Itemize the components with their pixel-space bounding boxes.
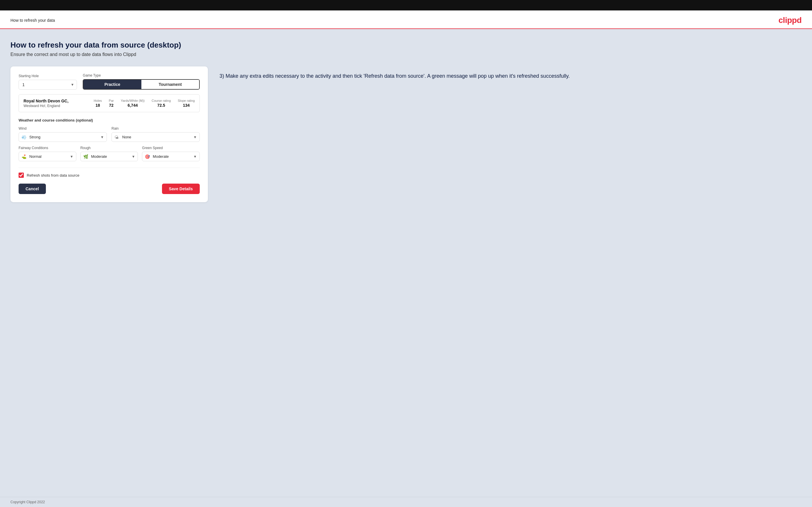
rough-group: Rough 🌿 Moderate Light Heavy ▼ [81, 146, 138, 161]
green-speed-label: Green Speed [142, 146, 200, 150]
stat-yards: Yards/White (M)) 6,744 [121, 99, 145, 108]
rough-label: Rough [81, 146, 138, 150]
top-bar [0, 0, 812, 10]
course-stats: Holes 18 Par 72 Yards/White (M)) 6,744 [94, 99, 195, 108]
cancel-button[interactable]: Cancel [18, 184, 46, 194]
slope-rating-label: Slope rating [178, 99, 195, 102]
yards-label: Yards/White (M)) [121, 99, 145, 102]
refresh-checkbox-label: Refresh shots from data source [27, 173, 79, 177]
fairway-rough-green-row: Fairway Conditions ⛳ Normal Soft Hard ▼ [18, 146, 200, 161]
green-speed-select[interactable]: Moderate Slow Fast [142, 152, 200, 161]
rough-select-wrapper: 🌿 Moderate Light Heavy ▼ [81, 152, 138, 161]
fairway-select-wrapper: ⛳ Normal Soft Hard ▼ [18, 152, 77, 161]
refresh-checkbox[interactable] [18, 173, 24, 178]
main-wrapper: How to refresh your data clippd How to r… [0, 10, 812, 507]
divider [18, 168, 200, 168]
wind-rain-row: Wind 💨 Strong Light None ▼ Rain [18, 126, 200, 142]
par-value: 72 [109, 103, 114, 108]
green-speed-select-wrapper: 🎯 Moderate Slow Fast ▼ [142, 152, 200, 161]
par-label: Par [109, 99, 114, 102]
wind-select-wrapper: 💨 Strong Light None ▼ [18, 132, 107, 142]
step-text: 3) Make any extra edits necessary to the… [219, 72, 802, 80]
refresh-checkbox-row: Refresh shots from data source [18, 173, 200, 178]
wind-label: Wind [18, 126, 107, 130]
starting-hole-row: Starting Hole 1 10 ▼ Game Type Pract [18, 73, 200, 90]
green-speed-group: Green Speed 🎯 Moderate Slow Fast ▼ [142, 146, 200, 161]
game-type-label: Game Type [83, 73, 200, 77]
starting-hole-select-wrapper: 1 10 ▼ [18, 80, 77, 90]
button-row: Cancel Save Details [18, 184, 200, 194]
course-name: Royal North Devon GC, [23, 99, 68, 103]
rain-group: Rain 🌤 None Light Heavy ▼ [111, 126, 200, 142]
stat-course-rating: Course rating 72.5 [152, 99, 171, 108]
starting-hole-label: Starting Hole [18, 74, 77, 78]
tournament-button[interactable]: Tournament [141, 80, 199, 89]
content-area: How to refresh your data from source (de… [0, 29, 812, 497]
two-col-layout: Starting Hole 1 10 ▼ Game Type Pract [10, 66, 802, 202]
course-info-box: Royal North Devon GC, Westward Ho!, Engl… [18, 94, 200, 112]
fairway-select[interactable]: Normal Soft Hard [18, 152, 77, 161]
course-details: Royal North Devon GC, Westward Ho!, Engl… [23, 99, 68, 108]
page-subheading: Ensure the correct and most up to date d… [10, 52, 802, 57]
stat-slope-rating: Slope rating 134 [178, 99, 195, 108]
rain-select[interactable]: None Light Heavy [111, 132, 200, 142]
form-card: Starting Hole 1 10 ▼ Game Type Pract [10, 66, 208, 202]
starting-hole-select[interactable]: 1 10 [18, 80, 77, 90]
starting-hole-group: Starting Hole 1 10 ▼ [18, 74, 77, 90]
fairway-group: Fairway Conditions ⛳ Normal Soft Hard ▼ [18, 146, 77, 161]
slope-rating-value: 134 [178, 103, 195, 108]
stat-holes: Holes 18 [94, 99, 102, 108]
conditions-section-title: Weather and course conditions (optional) [18, 118, 200, 122]
practice-button[interactable]: Practice [83, 80, 141, 89]
save-button[interactable]: Save Details [162, 184, 200, 194]
holes-label: Holes [94, 99, 102, 102]
course-location: Westward Ho!, England [23, 104, 68, 108]
header: How to refresh your data clippd [0, 10, 812, 29]
game-type-group: Game Type Practice Tournament [83, 73, 200, 90]
copyright-text: Copyright Clippd 2022 [10, 500, 45, 504]
rough-select[interactable]: Moderate Light Heavy [81, 152, 138, 161]
side-text: 3) Make any extra edits necessary to the… [219, 66, 802, 80]
wind-group: Wind 💨 Strong Light None ▼ [18, 126, 107, 142]
holes-value: 18 [94, 103, 102, 108]
yards-value: 6,744 [121, 103, 145, 108]
course-rating-label: Course rating [152, 99, 171, 102]
logo: clippd [779, 16, 802, 25]
rain-select-wrapper: 🌤 None Light Heavy ▼ [111, 132, 200, 142]
page-heading: How to refresh your data from source (de… [10, 41, 802, 50]
wind-select[interactable]: Strong Light None [18, 132, 107, 142]
course-rating-value: 72.5 [152, 103, 171, 108]
footer: Copyright Clippd 2022 [0, 497, 812, 507]
stat-par: Par 72 [109, 99, 114, 108]
fairway-label: Fairway Conditions [18, 146, 77, 150]
header-title: How to refresh your data [10, 18, 55, 22]
rain-label: Rain [111, 126, 200, 130]
game-type-toggle: Practice Tournament [83, 79, 200, 90]
